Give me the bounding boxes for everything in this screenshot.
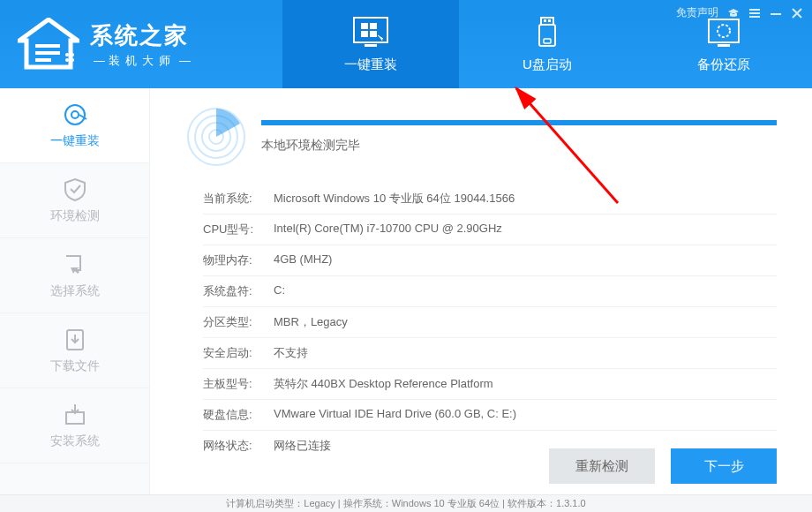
sidebar-reinstall-label: 一键重装	[50, 133, 100, 149]
logo-area: 系统之家 装机大师	[0, 0, 282, 88]
sidebar-item-download[interactable]: 下载文件	[0, 313, 149, 388]
nav-backup-label: 备份还原	[697, 56, 750, 73]
svg-rect-14	[541, 18, 553, 25]
svg-rect-25	[771, 13, 781, 15]
radar-icon	[185, 106, 247, 168]
info-row-ram: 物理内存:4GB (MHZ)	[203, 245, 777, 276]
svg-point-4	[65, 53, 69, 56]
svg-rect-3	[35, 58, 51, 62]
svg-rect-2	[35, 51, 60, 55]
info-row-secureboot: 安全启动:不支持	[203, 338, 777, 369]
header: 系统之家 装机大师 一键重装 U盘启动 备份还原 免责声明	[0, 0, 812, 88]
brand-subtitle: 装机大师	[90, 53, 194, 69]
windows-icon	[352, 16, 389, 49]
info-row-partition: 分区类型:MBR，Legacy	[203, 307, 777, 338]
brand-title: 系统之家	[90, 20, 194, 51]
graduation-icon[interactable]	[727, 7, 740, 19]
nav-reinstall-label: 一键重装	[344, 56, 397, 73]
info-table: 当前系统:Microsoft Windows 10 专业版 64位 19044.…	[203, 184, 777, 461]
svg-point-7	[71, 58, 74, 62]
svg-point-6	[65, 58, 69, 62]
scan-status: 本地环境检测完毕	[261, 138, 777, 154]
progress-bar	[261, 120, 777, 125]
sidebar-item-reinstall[interactable]: 一键重装	[0, 88, 149, 163]
nav-usb[interactable]: U盘启动	[459, 0, 635, 88]
close-icon[interactable]	[791, 7, 803, 19]
recheck-button[interactable]: 重新检测	[549, 448, 655, 484]
nav-usb-label: U盘启动	[523, 56, 572, 73]
svg-rect-9	[361, 23, 368, 29]
status-text: 计算机启动类型：Legacy | 操作系统：Windows 10 专业版 64位…	[226, 497, 585, 510]
title-controls: 免责声明	[676, 5, 803, 20]
info-row-sysdrive: 系统盘符:C:	[203, 276, 777, 307]
svg-rect-24	[749, 16, 760, 18]
sidebar: 一键重装 环境检测 选择系统 下载文件 安装系统	[0, 88, 150, 494]
svg-point-20	[718, 25, 730, 37]
sidebar-item-selectsys[interactable]: 选择系统	[0, 238, 149, 313]
svg-rect-11	[361, 31, 368, 37]
usb-icon	[529, 16, 566, 49]
svg-rect-15	[544, 19, 546, 22]
info-row-disk: 硬盘信息:VMware Virtual IDE Hard Drive (60.0…	[203, 400, 777, 431]
svg-rect-10	[370, 23, 377, 29]
download-icon	[62, 327, 88, 353]
svg-rect-21	[718, 44, 730, 47]
svg-rect-23	[749, 12, 760, 14]
svg-rect-12	[370, 31, 377, 37]
sidebar-selectsys-label: 选择系统	[50, 283, 100, 299]
select-icon	[62, 252, 88, 278]
svg-point-27	[71, 111, 79, 118]
install-icon	[62, 402, 88, 428]
svg-point-5	[71, 53, 74, 56]
sidebar-install-label: 安装系统	[50, 433, 100, 449]
shield-icon	[62, 177, 88, 203]
main-panel: 本地环境检测完毕 当前系统:Microsoft Windows 10 专业版 6…	[150, 88, 812, 494]
svg-rect-18	[544, 39, 551, 43]
disclaimer-link[interactable]: 免责声明	[676, 5, 718, 20]
svg-rect-22	[749, 9, 760, 11]
status-bar: 计算机启动类型：Legacy | 操作系统：Windows 10 专业版 64位…	[0, 494, 812, 512]
info-row-mobo: 主板型号:英特尔 440BX Desktop Reference Platfor…	[203, 369, 777, 400]
svg-point-26	[65, 105, 85, 124]
house-logo-icon	[18, 18, 79, 71]
info-row-cpu: CPU型号:Intel(R) Core(TM) i7-10700 CPU @ 2…	[203, 215, 777, 245]
svg-rect-1	[35, 44, 60, 48]
backup-icon	[705, 16, 742, 49]
svg-rect-19	[709, 19, 739, 42]
sidebar-item-envcheck[interactable]: 环境检测	[0, 163, 149, 238]
minimize-icon[interactable]	[770, 7, 782, 19]
sidebar-item-install[interactable]: 安装系统	[0, 388, 149, 463]
svg-rect-16	[548, 19, 551, 22]
target-icon	[62, 102, 88, 128]
next-button[interactable]: 下一步	[671, 448, 777, 484]
menu-icon[interactable]	[748, 7, 761, 19]
sidebar-download-label: 下载文件	[50, 358, 100, 374]
sidebar-envcheck-label: 环境检测	[50, 208, 100, 224]
info-row-os: 当前系统:Microsoft Windows 10 专业版 64位 19044.…	[203, 184, 777, 215]
nav-reinstall[interactable]: 一键重装	[282, 0, 459, 88]
svg-rect-13	[365, 44, 377, 47]
